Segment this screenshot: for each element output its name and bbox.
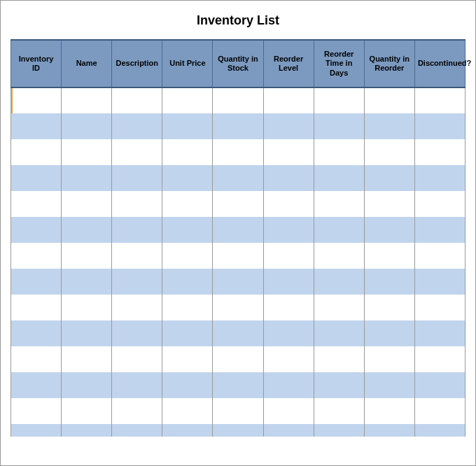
table-cell[interactable] [62,346,112,372]
table-cell[interactable] [364,295,414,320]
table-cell[interactable] [162,269,213,295]
table-cell[interactable] [11,113,62,139]
table-cell[interactable] [364,372,414,398]
table-cell[interactable] [364,191,414,217]
table-cell[interactable] [11,269,62,295]
table-cell[interactable] [213,346,263,372]
table-cell[interactable] [263,346,314,372]
table-cell[interactable] [414,269,465,295]
table-cell[interactable] [314,191,364,217]
table-cell[interactable] [11,243,62,269]
table-cell[interactable] [162,113,213,139]
table-cell[interactable] [112,87,162,113]
table-cell[interactable] [213,191,263,217]
table-cell[interactable] [414,398,465,424]
table-cell[interactable] [112,269,162,295]
table-cell[interactable] [213,87,263,113]
table-cell[interactable] [62,295,112,320]
table-cell[interactable] [11,191,62,217]
table-cell[interactable] [314,424,364,437]
table-cell[interactable] [314,243,364,269]
table-cell[interactable] [364,139,414,165]
table-cell[interactable] [213,139,263,165]
table-cell[interactable] [213,320,263,346]
table-cell[interactable] [414,295,465,320]
table-cell[interactable] [414,320,465,346]
table-cell[interactable] [11,87,62,113]
table-cell[interactable] [364,320,414,346]
table-cell[interactable] [162,139,213,165]
table-cell[interactable] [364,346,414,372]
table-cell[interactable] [314,398,364,424]
table-cell[interactable] [213,217,263,243]
table-cell[interactable] [62,243,112,269]
table-cell[interactable] [62,217,112,243]
table-cell[interactable] [11,165,62,191]
table-cell[interactable] [364,165,414,191]
table-cell[interactable] [162,424,213,437]
table-cell[interactable] [62,139,112,165]
table-cell[interactable] [263,372,314,398]
table-cell[interactable] [314,320,364,346]
table-cell[interactable] [112,320,162,346]
table-cell[interactable] [11,398,62,424]
table-cell[interactable] [364,243,414,269]
table-cell[interactable] [11,346,62,372]
table-cell[interactable] [364,424,414,437]
table-cell[interactable] [213,295,263,320]
table-cell[interactable] [62,372,112,398]
table-cell[interactable] [263,87,314,113]
table-cell[interactable] [11,295,62,320]
table-cell[interactable] [263,295,314,320]
table-cell[interactable] [414,113,465,139]
table-cell[interactable] [162,372,213,398]
table-cell[interactable] [112,295,162,320]
table-cell[interactable] [213,269,263,295]
table-cell[interactable] [314,372,364,398]
table-cell[interactable] [112,243,162,269]
table-cell[interactable] [162,295,213,320]
table-cell[interactable] [314,269,364,295]
table-cell[interactable] [263,398,314,424]
table-cell[interactable] [162,191,213,217]
table-cell[interactable] [364,113,414,139]
table-cell[interactable] [364,398,414,424]
table-cell[interactable] [414,372,465,398]
table-cell[interactable] [414,87,465,113]
table-cell[interactable] [263,320,314,346]
table-cell[interactable] [263,243,314,269]
table-cell[interactable] [414,424,465,437]
table-cell[interactable] [314,87,364,113]
table-cell[interactable] [364,87,414,113]
table-cell[interactable] [11,217,62,243]
table-cell[interactable] [213,424,263,437]
table-cell[interactable] [263,113,314,139]
table-cell[interactable] [414,346,465,372]
table-cell[interactable] [11,372,62,398]
table-cell[interactable] [414,217,465,243]
table-cell[interactable] [314,139,364,165]
table-cell[interactable] [213,243,263,269]
table-cell[interactable] [162,165,213,191]
table-cell[interactable] [364,217,414,243]
table-cell[interactable] [11,139,62,165]
table-cell[interactable] [314,346,364,372]
table-cell[interactable] [112,139,162,165]
table-cell[interactable] [314,113,364,139]
table-cell[interactable] [62,269,112,295]
table-cell[interactable] [62,191,112,217]
table-cell[interactable] [162,217,213,243]
table-cell[interactable] [162,346,213,372]
table-cell[interactable] [11,424,62,437]
table-cell[interactable] [414,165,465,191]
table-cell[interactable] [11,320,62,346]
table-cell[interactable] [62,424,112,437]
table-cell[interactable] [213,165,263,191]
table-cell[interactable] [112,191,162,217]
table-cell[interactable] [263,269,314,295]
table-cell[interactable] [414,139,465,165]
table-cell[interactable] [263,191,314,217]
table-cell[interactable] [314,295,364,320]
table-cell[interactable] [162,398,213,424]
table-cell[interactable] [314,165,364,191]
